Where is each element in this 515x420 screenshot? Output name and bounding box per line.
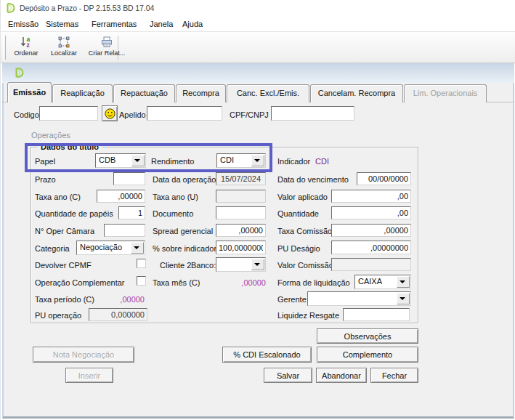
app-window: Depósito a Prazo - DP 2.15.53 BD 17.04 E… [0, 0, 515, 420]
pu-operacao-label: PU operação [35, 311, 81, 320]
liquidez-resgate-label: Liquidez Resgate [277, 311, 339, 320]
banco-select[interactable] [216, 257, 266, 272]
operacao-complementar-label: Operação Complementar [35, 278, 125, 288]
tab-repactuacao[interactable]: Repactuação [113, 84, 175, 102]
find-icon [57, 36, 70, 49]
app-logo-icon [4, 2, 16, 14]
salvar-button[interactable]: Salvar [264, 368, 312, 383]
smiley-icon [105, 108, 115, 119]
chevron-down-icon[interactable] [397, 276, 410, 288]
nota-negociacao-button: Nota Negociação [33, 347, 134, 363]
apelido-input[interactable] [147, 106, 222, 121]
categoria-select-value: Negociação [80, 243, 122, 251]
complemento-button[interactable]: Complemento [317, 347, 418, 363]
cpf-cnpj-label: CPF/CNPJ [230, 110, 269, 120]
taxa-mes-c-value: ,00000 [215, 278, 266, 287]
menu-emissao[interactable]: Emissão [7, 17, 40, 31]
spread-gerencial-input[interactable] [216, 224, 266, 237]
taxa-mes-c-label: Taxa mês (C) [153, 278, 200, 288]
ordenar-button[interactable]: a z Ordenar [9, 34, 43, 62]
data-operacao-input [216, 172, 266, 185]
devolver-cpmf-label: Devolver CPMF [35, 261, 92, 270]
tab-emissao[interactable]: Emissão [7, 82, 52, 102]
menu-ajuda[interactable]: Ajuda [181, 17, 204, 31]
taxa-ano-u-label: Taxa ano (U) [153, 193, 198, 202]
sobre-indicador-label: % sobre indicador [153, 244, 216, 254]
liquidez-resgate-input[interactable] [343, 308, 410, 321]
sobre-indicador-input[interactable] [216, 241, 266, 254]
criar-relatorio-button[interactable]: Criar Relat... [85, 34, 129, 62]
cliente2-label: Cliente 2 [160, 261, 191, 270]
taxa-ano-c-label: Taxa ano (C) [35, 193, 81, 202]
pu-desagio-input[interactable] [331, 241, 411, 254]
indicador-value: CDI [315, 157, 329, 166]
indicador-label: Indicador [277, 157, 310, 166]
devolver-cpmf-checkbox[interactable] [137, 259, 146, 268]
cdi-escalonado-button[interactable]: % CDI Escalonado [222, 347, 312, 363]
valor-comissao-label: Valor Comissão [277, 261, 333, 270]
tab-lim-operacionais: Lim. Operacionais [404, 84, 487, 102]
operacoes-title: Operações [31, 131, 70, 140]
forma-liquidacao-select-value: CAIXA [358, 277, 382, 286]
taxa-periodo-c-label: Taxa período (C) [35, 295, 94, 304]
toolbar: a z Ordenar Localizar Criar R [1, 31, 515, 63]
localizar-label: Localizar [51, 49, 77, 57]
operacoes-titlebar[interactable]: Operações [2, 63, 514, 83]
qtd-papeis-label: Quantidade de papéis [35, 209, 113, 219]
prazo-label: Prazo [35, 175, 56, 185]
observacoes-button[interactable]: Observações [317, 328, 418, 344]
forma-liquidacao-select[interactable]: CAIXA [354, 275, 411, 289]
tab-canc-excl-emis[interactable]: Canc. Excl./Emis. [227, 84, 309, 102]
menu-ferramentas[interactable]: Ferramentas [90, 17, 138, 31]
menu-sistemas[interactable]: Sistemas [44, 17, 80, 31]
taxa-ano-c-input[interactable] [97, 190, 145, 203]
quantidade-label: Quantidade [277, 209, 319, 219]
spread-gerencial-label: Spread gerencial [153, 227, 213, 236]
prazo-input[interactable] [113, 172, 145, 185]
fechar-button[interactable]: Fechar [370, 368, 418, 383]
titlebar: Depósito a Prazo - DP 2.15.53 BD 17.04 [1, 0, 515, 16]
valor-aplicado-input[interactable] [331, 190, 411, 203]
taxa-comissao-input[interactable] [331, 224, 411, 237]
categoria-select[interactable]: Negociação [76, 241, 145, 255]
operacoes-logo-icon [13, 67, 25, 78]
tab-recompra[interactable]: Recompra [176, 84, 226, 102]
toolbar-separator [118, 36, 118, 60]
toolbar-grip[interactable] [3, 36, 6, 60]
valor-aplicado-label: Valor aplicado [277, 193, 328, 202]
criar-relatorio-label: Criar Relat... [89, 49, 126, 57]
chevron-down-icon[interactable] [251, 259, 264, 270]
apelido-label: Apelido [119, 110, 146, 120]
qtd-papeis-input[interactable] [118, 206, 145, 219]
operacao-complementar-checkbox[interactable] [137, 276, 146, 286]
codigo-input[interactable] [39, 106, 98, 121]
taxa-periodo-c-value: ,00000 [94, 295, 145, 304]
n-oper-camara-label: N° Oper Câmara [35, 227, 94, 236]
sort-az-icon: a z [20, 36, 33, 49]
smiley-button[interactable] [102, 105, 118, 121]
chevron-down-icon[interactable] [131, 242, 144, 254]
data-operacao-label: Data da operação [153, 175, 216, 185]
abandonar-button[interactable]: Abandonar [316, 368, 367, 383]
localizar-button[interactable]: Localizar [44, 34, 84, 62]
chevron-down-icon[interactable] [397, 293, 410, 304]
quantidade-input[interactable] [331, 206, 411, 219]
cpf-cnpj-input[interactable] [271, 106, 354, 121]
tab-reaplicacao[interactable]: Reaplicação [52, 84, 113, 102]
svg-text:z: z [27, 41, 30, 49]
valor-comissao-input [331, 258, 411, 271]
taxa-comissao-label: Taxa Comissão [277, 227, 332, 236]
pu-operacao-input [89, 308, 147, 321]
highlight-box [25, 143, 272, 172]
data-vencimento-input[interactable] [357, 172, 411, 185]
gerente-select[interactable] [307, 291, 411, 306]
data-vencimento-label: Data do vencimento [277, 175, 349, 185]
n-oper-camara-input[interactable] [104, 224, 145, 237]
window-title: Depósito a Prazo - DP 2.15.53 BD 17.04 [20, 4, 154, 12]
taxa-ano-u-input [216, 190, 266, 203]
categoria-label: Categoria [35, 244, 70, 254]
menu-janela[interactable]: Janela [148, 17, 174, 31]
documento-input[interactable] [216, 206, 266, 219]
documento-label: Documento [153, 209, 193, 219]
tab-cancelam-recompra[interactable]: Cancelam. Recompra [310, 84, 403, 102]
